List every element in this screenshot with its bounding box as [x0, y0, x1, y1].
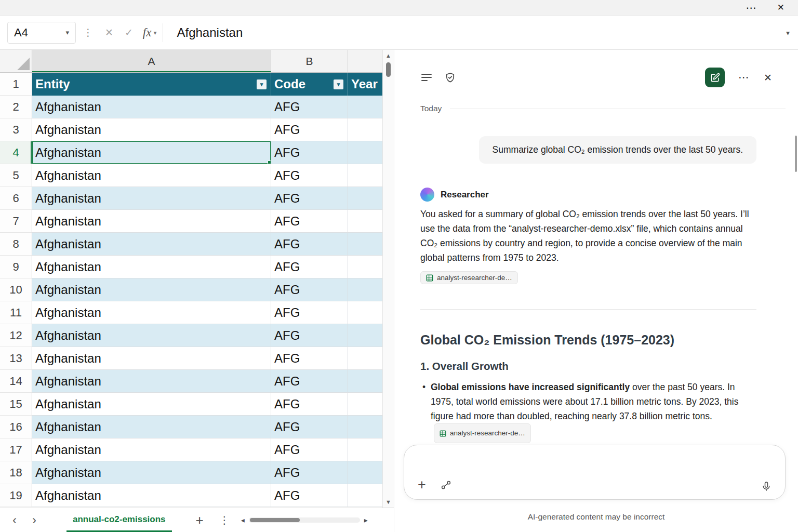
add-sheet-button[interactable]: + [196, 513, 204, 527]
column-header-b[interactable]: B [271, 50, 348, 73]
scroll-up-icon[interactable]: ▲ [385, 50, 391, 61]
row-number[interactable]: 7 [0, 210, 32, 233]
cell-year[interactable] [348, 416, 382, 438]
cell-code[interactable]: AFG [271, 370, 348, 393]
row-number[interactable]: 5 [0, 164, 32, 187]
cell-year[interactable] [348, 301, 382, 324]
row-number[interactable]: 9 [0, 256, 32, 278]
row-number[interactable]: 12 [0, 324, 32, 347]
cell-code[interactable]: AFG [271, 301, 348, 324]
cancel-icon[interactable]: ✕ [105, 26, 113, 38]
cell-entity[interactable]: Afghanistan [32, 484, 271, 507]
row-number[interactable]: 8 [0, 233, 32, 256]
window-close-icon[interactable]: ✕ [777, 2, 784, 13]
header-cell-entity[interactable]: Entity ▾ [32, 73, 271, 96]
cell-code[interactable]: AFG [271, 393, 348, 416]
formula-bar-expand-icon[interactable]: ▾ [786, 29, 790, 37]
vertical-scrollbar[interactable]: ▲ ▼ [382, 50, 394, 508]
new-chat-button[interactable] [705, 68, 725, 87]
row-number[interactable]: 10 [0, 278, 32, 301]
microphone-icon[interactable] [761, 481, 772, 492]
cell-code[interactable]: AFG [271, 278, 348, 301]
cell-entity[interactable]: Afghanistan [32, 210, 271, 233]
row-number[interactable]: 14 [0, 370, 32, 393]
header-cell-year[interactable]: Year [348, 73, 382, 96]
cell-year[interactable] [348, 461, 382, 484]
cell-code[interactable]: AFG [271, 187, 348, 210]
cell-entity[interactable]: Afghanistan [32, 164, 271, 187]
cell-entity[interactable]: Afghanistan [32, 301, 271, 324]
sheet-options-icon[interactable]: ⋮ [219, 514, 230, 526]
name-box[interactable]: A4 ▾ [7, 22, 76, 44]
select-all-button[interactable] [0, 50, 32, 73]
row-number[interactable]: 18 [0, 461, 32, 484]
cell-year[interactable] [348, 278, 382, 301]
cell-entity[interactable]: Afghanistan [32, 416, 271, 438]
horizontal-scrollbar[interactable]: ◂ ▸ [241, 516, 368, 524]
cell-year[interactable] [348, 187, 382, 210]
cell-entity[interactable]: Afghanistan [32, 141, 271, 164]
row-number[interactable]: 6 [0, 187, 32, 210]
file-reference-chip[interactable]: analyst-researcher-de… [434, 423, 531, 443]
cell-code[interactable]: AFG [271, 210, 348, 233]
cell-code[interactable]: AFG [271, 118, 348, 141]
cell-entity[interactable]: Afghanistan [32, 233, 271, 256]
cell-entity[interactable]: Afghanistan [32, 438, 271, 461]
row-number[interactable]: 16 [0, 416, 32, 438]
row-number[interactable]: 13 [0, 347, 32, 370]
shield-check-icon[interactable] [444, 72, 456, 84]
row-number[interactable]: 11 [0, 301, 32, 324]
connections-icon[interactable] [441, 480, 451, 490]
cell-year[interactable] [348, 118, 382, 141]
scroll-right-icon[interactable]: ▸ [364, 516, 368, 524]
cell-year[interactable] [348, 347, 382, 370]
cell-year[interactable] [348, 96, 382, 118]
window-more-icon[interactable]: ⋯ [746, 2, 757, 14]
cell-entity[interactable]: Afghanistan [32, 347, 271, 370]
horizontal-scrollbar-thumb[interactable] [250, 518, 300, 522]
cell-code[interactable]: AFG [271, 484, 348, 507]
cell-code[interactable]: AFG [271, 438, 348, 461]
filter-button-code[interactable]: ▾ [334, 79, 343, 89]
chevron-down-icon[interactable]: ▾ [65, 29, 69, 36]
cell-entity[interactable]: Afghanistan [32, 96, 271, 118]
column-header-a[interactable]: A [32, 50, 271, 73]
cell-code[interactable]: AFG [271, 164, 348, 187]
cell-year[interactable] [348, 210, 382, 233]
cell-code[interactable]: AFG [271, 233, 348, 256]
cell-entity[interactable]: Afghanistan [32, 370, 271, 393]
row-number[interactable]: 4 [0, 141, 32, 164]
cell-code[interactable]: AFG [271, 256, 348, 278]
cell-year[interactable] [348, 164, 382, 187]
chat-history-icon[interactable] [420, 71, 433, 84]
cell-code[interactable]: AFG [271, 416, 348, 438]
row-number[interactable]: 15 [0, 393, 32, 416]
scroll-left-icon[interactable]: ◂ [241, 516, 245, 524]
chevron-down-icon[interactable]: ▾ [153, 29, 156, 36]
cell-entity[interactable]: Afghanistan [32, 278, 271, 301]
horizontal-scrollbar-track[interactable] [249, 517, 360, 523]
row-number[interactable]: 3 [0, 118, 32, 141]
cell-year[interactable] [348, 324, 382, 347]
row-header[interactable]: 1 [0, 73, 32, 96]
cell-entity[interactable]: Afghanistan [32, 393, 271, 416]
cell-year[interactable] [348, 393, 382, 416]
formula-input[interactable]: Afghanistan [177, 25, 243, 40]
row-number[interactable]: 17 [0, 438, 32, 461]
cell-code[interactable]: AFG [271, 96, 348, 118]
sheet-nav-prev-icon[interactable]: ‹ [12, 514, 17, 526]
filter-button-entity[interactable]: ▾ [257, 79, 267, 89]
cell-entity[interactable]: Afghanistan [32, 187, 271, 210]
cell-entity[interactable]: Afghanistan [32, 118, 271, 141]
scroll-down-icon[interactable]: ▼ [385, 496, 391, 508]
cell-year[interactable] [348, 233, 382, 256]
chat-scrollbar-thumb[interactable] [795, 136, 797, 172]
vertical-scrollbar-thumb[interactable] [386, 62, 391, 77]
enter-icon[interactable]: ✓ [125, 26, 133, 38]
cell-year[interactable] [348, 484, 382, 507]
cell-entity[interactable]: Afghanistan [32, 256, 271, 278]
cell-code[interactable]: AFG [271, 461, 348, 484]
cell-year[interactable] [348, 370, 382, 393]
cell-code[interactable]: AFG [271, 347, 348, 370]
cell-year[interactable] [348, 141, 382, 164]
